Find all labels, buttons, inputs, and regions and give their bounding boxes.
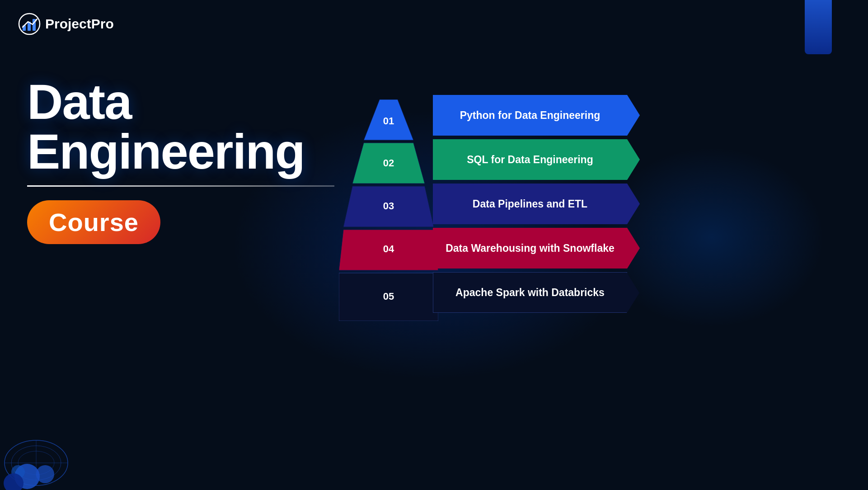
course-label-1: Python for Data Engineering — [433, 95, 627, 136]
title-line1: Data — [27, 74, 131, 129]
header: ProjectPro — [18, 13, 114, 35]
course-label-text-3: Data Pipelines and ETL — [473, 198, 587, 211]
svg-point-11 — [36, 465, 54, 483]
course-label-text-2: SQL for Data Engineering — [467, 153, 593, 166]
brand-name: ProjectPro — [45, 16, 114, 32]
course-label-5: Apache Spark with Databricks — [433, 272, 627, 313]
course-item-3: Data Pipelines and ETL — [434, 184, 627, 224]
bottom-left-decoration — [0, 363, 127, 490]
course-label-text-1: Python for Data Engineering — [460, 109, 601, 122]
projectpro-logo-icon — [18, 13, 41, 35]
course-badge: Course — [27, 200, 160, 244]
course-label-4: Data Warehousing with Snowflake — [433, 228, 627, 269]
course-item-2: SQL for Data Engineering — [434, 139, 627, 180]
course-label-2: SQL for Data Engineering — [433, 139, 627, 180]
course-label-3: Data Pipelines and ETL — [433, 184, 627, 224]
course-badge-text: Course — [49, 208, 139, 236]
course-item-4: Data Warehousing with Snowflake — [434, 228, 627, 269]
course-label-text-4: Data Warehousing with Snowflake — [446, 242, 615, 255]
course-label-text-5: Apache Spark with Databricks — [455, 286, 605, 299]
title-divider — [27, 185, 334, 187]
svg-text:02: 02 — [383, 157, 394, 169]
course-item-1: Python for Data Engineering — [434, 95, 627, 136]
pyramid-container: 01 02 03 04 05 — [339, 99, 438, 323]
main-title: Data Engineering — [27, 77, 334, 176]
course-item-5: Apache Spark with Databricks — [434, 272, 627, 313]
course-items-list: Python for Data Engineering SQL for Data… — [434, 95, 627, 313]
title-line2: Engineering — [27, 123, 305, 179]
svg-text:04: 04 — [383, 243, 394, 254]
svg-text:05: 05 — [383, 291, 394, 302]
top-right-decoration — [805, 0, 832, 54]
title-area: Data Engineering Course — [27, 77, 334, 244]
svg-text:03: 03 — [383, 200, 394, 212]
svg-text:01: 01 — [383, 115, 394, 127]
